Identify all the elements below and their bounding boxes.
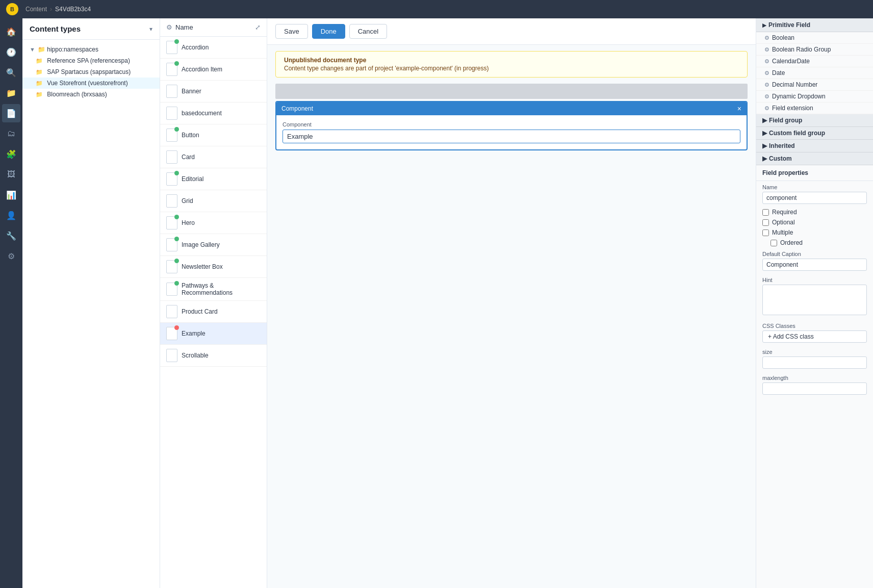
nav-media-icon[interactable]: 🖼	[2, 165, 20, 184]
list-item[interactable]: Accordion	[160, 37, 267, 59]
inherited-section[interactable]: ▶ Inherited	[756, 140, 873, 152]
red-badge	[174, 325, 179, 330]
nav-tools-icon[interactable]: 🔧	[2, 226, 20, 245]
tree-root[interactable]: ▼ 📁 hippo:namespaces	[22, 44, 160, 55]
list-item[interactable]: basedocument	[160, 103, 267, 124]
list-item[interactable]: Accordion Item	[160, 59, 267, 81]
top-bar: B Content › S4VdB2b3c4	[0, 0, 873, 18]
save-button[interactable]: Save	[275, 24, 308, 39]
list-item[interactable]: Editorial	[160, 168, 267, 190]
tree-folder-icon: 📁	[36, 91, 43, 98]
primitive-field-section-header: ▶ Primitive Field	[756, 18, 873, 32]
banner-title: Unpublished document type	[284, 57, 739, 64]
ordered-label: Ordered	[780, 239, 803, 246]
panel-title: Content types	[30, 24, 81, 33]
tree-item-vuestorefront[interactable]: 📁 Vue Storefront (vuestorefront)	[22, 78, 160, 89]
list-item[interactable]: Card	[160, 146, 267, 168]
triangle-icon: ▶	[762, 117, 767, 124]
optional-checkbox[interactable]	[762, 219, 769, 226]
nav-projects-icon[interactable]: 📁	[2, 84, 20, 102]
nav-analytics-icon[interactable]: 📊	[2, 186, 20, 204]
modal-wrapper: Component × Component	[275, 101, 748, 150]
logo-icon: B	[6, 3, 18, 15]
list-item[interactable]: Image Gallery	[160, 234, 267, 256]
unpublished-banner: Unpublished document type Content type c…	[275, 51, 748, 78]
modal-header: Component ×	[276, 102, 747, 115]
list-item[interactable]: Button	[160, 124, 267, 146]
nav-components-icon[interactable]: 🧩	[2, 145, 20, 163]
list-item[interactable]: Newsletter Box	[160, 256, 267, 278]
field-group-section[interactable]: ▶ Field group	[756, 114, 873, 127]
nav-content-icon[interactable]: 📄	[2, 104, 20, 122]
multiple-checkbox-row: Multiple	[756, 227, 873, 238]
nav-home-icon[interactable]: 🏠	[2, 22, 20, 41]
breadcrumb-content[interactable]: Content	[25, 6, 47, 13]
maxlength-input[interactable]	[762, 382, 867, 395]
custom-field-group-section[interactable]: ▶ Custom field group	[756, 127, 873, 140]
modal-body: Component	[276, 115, 747, 149]
item-icon	[166, 107, 177, 120]
cancel-button[interactable]: Cancel	[349, 24, 387, 39]
chevron-down-icon[interactable]: ▾	[149, 25, 152, 33]
list-item[interactable]: Scrollable	[160, 345, 267, 367]
size-input[interactable]	[762, 356, 867, 369]
date-item[interactable]: ⚙ Date	[756, 67, 873, 79]
expand-icon[interactable]: ⤢	[255, 23, 261, 31]
boolean-radio-item[interactable]: ⚙ Boolean Radio Group	[756, 44, 873, 56]
name-input[interactable]	[762, 192, 867, 204]
item-icon	[166, 129, 177, 142]
nav-pages-icon[interactable]: 🗂	[2, 124, 20, 143]
green-badge	[174, 171, 179, 175]
component-input[interactable]	[283, 130, 740, 143]
gray-header-bar	[275, 84, 748, 99]
field-extension-item[interactable]: ⚙ Field extension	[756, 103, 873, 114]
custom-section[interactable]: ▶ Custom	[756, 152, 873, 165]
item-text: Decimal Number	[772, 81, 817, 88]
add-css-button[interactable]: + Add CSS class	[762, 330, 867, 343]
nav-settings-icon[interactable]: ⚙	[2, 247, 20, 265]
item-icon	[166, 172, 177, 186]
dynamic-dropdown-item[interactable]: ⚙ Dynamic Dropdown	[756, 91, 873, 103]
name-label: Name	[762, 184, 867, 190]
boolean-item[interactable]: ⚙ Boolean	[756, 32, 873, 44]
inherited-label: Inherited	[769, 142, 795, 149]
list-item[interactable]: Pathways & Recommendations	[160, 278, 267, 301]
tree-item-label: Vue Storefront (vuestorefront)	[47, 80, 127, 87]
gear-icon: ⚙	[764, 70, 769, 76]
tree-item-brxsaas[interactable]: 📁 Bloomreach (brxsaas)	[22, 89, 160, 100]
tree-item-sapspartacus[interactable]: 📁 SAP Spartacus (sapspartacus)	[22, 66, 160, 78]
hint-textarea[interactable]	[762, 285, 867, 315]
item-icon	[166, 238, 177, 251]
required-checkbox[interactable]	[762, 209, 769, 216]
item-label: Grid	[182, 197, 193, 204]
tree-item-referencespa[interactable]: 📁 Reference SPA (referencespa)	[22, 55, 160, 66]
custom-label: Custom	[769, 155, 792, 162]
nav-clock-icon[interactable]: 🕐	[2, 43, 20, 61]
maxlength-label: maxlength	[762, 375, 867, 381]
list-item[interactable]: Product Card	[160, 301, 267, 323]
item-icon	[166, 150, 177, 164]
ordered-checkbox[interactable]	[771, 240, 777, 246]
gear-icon: ⚙	[764, 58, 769, 65]
item-label: Accordion	[182, 44, 209, 51]
multiple-checkbox[interactable]	[762, 229, 769, 236]
item-icon	[166, 283, 177, 296]
calendardate-item[interactable]: ⚙ CalendarDate	[756, 56, 873, 67]
green-badge	[174, 39, 179, 44]
close-icon[interactable]: ×	[737, 105, 741, 112]
breadcrumb-current: S4VdB2b3c4	[55, 6, 91, 13]
list-item-example[interactable]: Example	[160, 323, 267, 345]
decimal-number-item[interactable]: ⚙ Decimal Number	[756, 79, 873, 91]
default-caption-input[interactable]	[762, 259, 867, 271]
content-types-panel: Content types ▾ ▼ 📁 hippo:namespaces 📁 R…	[22, 18, 160, 588]
list-item[interactable]: Grid	[160, 190, 267, 212]
nav-search-icon[interactable]: 🔍	[2, 63, 20, 82]
gear-icon: ⚙	[764, 93, 769, 100]
field-name-prop: Name	[756, 181, 873, 207]
done-button[interactable]: Done	[312, 24, 345, 39]
item-text: CalendarDate	[772, 58, 810, 65]
list-item[interactable]: Hero	[160, 212, 267, 234]
custom-field-group-label: Custom field group	[769, 130, 825, 137]
nav-users-icon[interactable]: 👤	[2, 206, 20, 224]
list-item[interactable]: Banner	[160, 81, 267, 103]
